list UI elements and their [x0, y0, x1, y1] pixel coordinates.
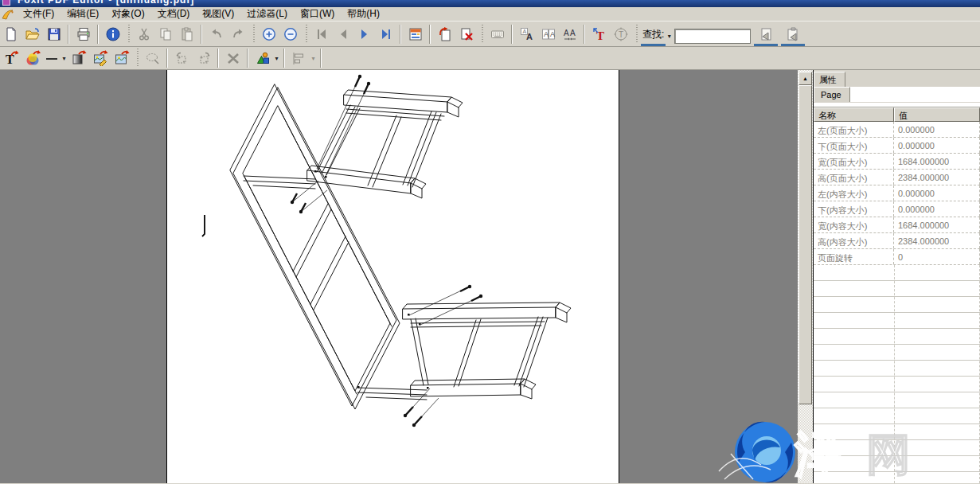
property-value[interactable]: 0 — [894, 249, 980, 264]
app-window-icon — [2, 0, 10, 6]
shapes-icon — [255, 50, 271, 66]
char-spacing-button[interactable]: AA — [559, 24, 580, 45]
font-replace-button[interactable]: AA — [516, 24, 537, 45]
property-value[interactable]: 0.000000 — [894, 122, 980, 137]
edit-image-button[interactable] — [89, 48, 111, 68]
first-page-button[interactable] — [310, 24, 332, 45]
menu-item[interactable]: 文档(D) — [151, 6, 197, 21]
zoom-in-button[interactable] — [258, 24, 279, 45]
toolbar-grip[interactable] — [305, 25, 308, 44]
previous-page-button[interactable] — [332, 24, 353, 45]
copy-button[interactable] — [154, 24, 176, 45]
toolbar-separator — [283, 49, 285, 68]
scroll-up-button[interactable]: ▲ — [798, 72, 812, 85]
toolbar-separator — [429, 25, 431, 44]
property-name: 下(内容大小) — [814, 201, 894, 217]
document-info-button[interactable] — [102, 24, 123, 45]
align-icon — [291, 50, 307, 66]
rotate-object-right-button[interactable] — [193, 48, 214, 68]
find-previous-result-icon — [758, 26, 774, 42]
property-value[interactable]: 2384.000000 — [894, 233, 980, 248]
first-page-icon — [314, 26, 330, 42]
delete-object-button[interactable] — [222, 48, 244, 68]
property-name: 页面旋转 — [814, 249, 894, 264]
insert-shape-dropdown[interactable]: ▾ — [273, 55, 280, 62]
document-workspace[interactable] — [0, 70, 798, 483]
property-name: 左(页面大小) — [814, 122, 894, 137]
rotate-object-left-button[interactable] — [171, 48, 193, 68]
vertical-scrollbar[interactable]: ▲ — [798, 70, 813, 483]
toolbar-grip[interactable] — [127, 25, 131, 44]
menu-item[interactable]: 视图(V) — [196, 6, 240, 21]
zoom-out-button[interactable] — [279, 24, 301, 45]
toolbar-separator — [68, 25, 69, 44]
lasso-select-button[interactable] — [142, 48, 163, 68]
toolbar-grip[interactable] — [136, 49, 139, 68]
toolbar-grip[interactable] — [635, 25, 638, 44]
object-align-button[interactable] — [288, 48, 310, 68]
tab-page[interactable]: Page — [814, 87, 850, 102]
menu-item[interactable]: 过滤器(L) — [240, 6, 294, 21]
text-object-icon: T — [3, 50, 19, 66]
last-page-icon — [378, 26, 394, 42]
scrollbar-thumb[interactable] — [798, 85, 812, 404]
svg-text:A: A — [526, 32, 533, 41]
find-next-result-button[interactable] — [781, 25, 805, 46]
line-style-dropdown[interactable]: ▾ — [61, 55, 68, 62]
toolbar-grip[interactable] — [252, 25, 256, 44]
edit-image-icon — [92, 50, 108, 66]
new-document-icon — [3, 26, 19, 42]
property-value[interactable]: 1684.000000 — [894, 217, 980, 232]
properties-empty-rows — [814, 265, 980, 483]
pdf-page[interactable] — [166, 70, 619, 483]
menu-item[interactable]: 对象(O) — [105, 6, 150, 21]
cut-button[interactable] — [133, 24, 154, 45]
rotate-page-button[interactable] — [434, 24, 455, 45]
find-dropdown-button[interactable]: ▾ — [666, 33, 673, 46]
insert-shape-button[interactable] — [252, 48, 273, 68]
new-document-button[interactable] — [0, 24, 21, 45]
virtual-keyboard-button[interactable] — [486, 24, 508, 45]
delete-object-icon — [225, 50, 241, 66]
print-button[interactable] — [72, 24, 94, 45]
previous-page-icon — [335, 26, 351, 42]
rotate-page-icon — [437, 26, 453, 42]
shading-editor-button[interactable] — [68, 48, 89, 68]
property-value[interactable]: 1684.000000 — [894, 154, 980, 169]
next-page-button[interactable] — [353, 24, 375, 45]
insert-image-button[interactable] — [111, 48, 132, 68]
add-text-object-button[interactable]: T — [0, 48, 21, 68]
open-file-button[interactable] — [21, 24, 43, 45]
toolbar-separator — [166, 49, 168, 68]
line-style-button[interactable] — [43, 48, 61, 68]
text-transform-icon: T — [613, 26, 629, 42]
menu-item[interactable]: 编辑(E) — [61, 6, 105, 21]
text-transform-button[interactable]: T — [610, 24, 631, 45]
add-text-button[interactable]: T — [588, 24, 610, 45]
delete-page-button[interactable] — [455, 24, 477, 45]
save-button[interactable] — [43, 24, 64, 45]
page-layout-button[interactable] — [404, 24, 426, 45]
property-value[interactable]: 0.000000 — [894, 185, 980, 201]
page-layout-icon — [408, 26, 424, 42]
undo-button[interactable] — [205, 24, 227, 45]
toolbar-grip[interactable] — [481, 25, 484, 44]
property-value[interactable]: 0.000000 — [894, 201, 980, 217]
property-value[interactable]: 2384.000000 — [894, 170, 980, 185]
redo-button[interactable] — [227, 24, 248, 45]
zoom-out-icon — [283, 26, 299, 42]
property-value[interactable]: 0.000000 — [894, 138, 980, 153]
menu-item[interactable]: 窗口(W) — [294, 6, 341, 21]
find-previous-result-button[interactable] — [754, 25, 778, 46]
paste-button[interactable] — [176, 24, 197, 45]
color-editor-button[interactable] — [21, 48, 43, 68]
find-input[interactable] — [674, 29, 751, 44]
object-align-dropdown[interactable]: ▾ — [310, 55, 317, 62]
property-row: 下(内容大小) 0.000000 — [814, 201, 980, 217]
last-page-button[interactable] — [375, 24, 396, 45]
font-box-button[interactable]: AA — [537, 24, 559, 45]
find-bar: 查找: ▾ — [641, 22, 805, 46]
menu-item[interactable]: 文件(F) — [17, 6, 61, 21]
menu-item[interactable]: 帮助(H) — [341, 6, 386, 21]
toolbar-separator — [201, 25, 202, 44]
